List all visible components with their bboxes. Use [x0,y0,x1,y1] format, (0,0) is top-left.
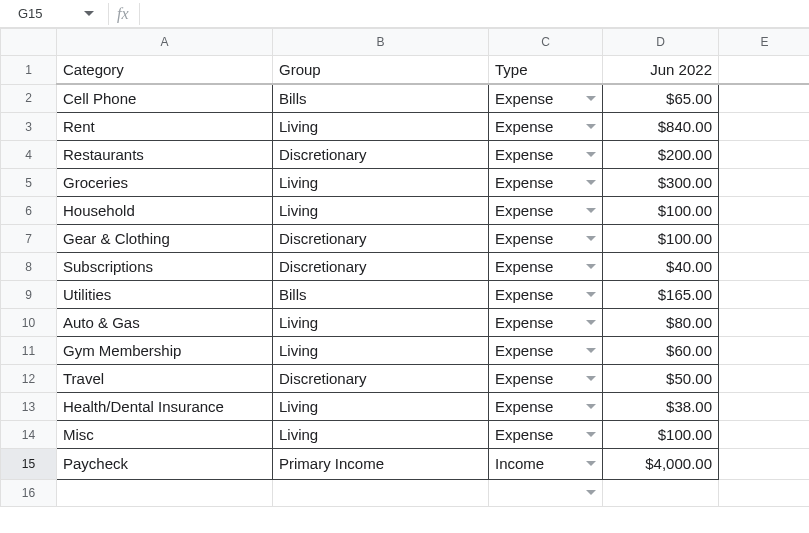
chevron-down-icon[interactable] [586,432,596,438]
chevron-down-icon[interactable] [586,96,596,102]
cell-amount[interactable]: $38.00 [603,393,719,421]
row-header[interactable]: 11 [1,337,57,365]
empty-cell[interactable] [719,225,810,253]
cell-group[interactable]: Living [273,393,489,421]
cell-category[interactable]: Utilities [57,281,273,309]
name-box[interactable]: G15 [12,3,96,25]
cell-amount[interactable]: $165.00 [603,281,719,309]
cell-group[interactable]: Primary Income [273,449,489,480]
empty-cell[interactable] [57,480,273,507]
type-dropdown-cell[interactable]: Expense [489,225,603,253]
cell-group[interactable]: Living [273,169,489,197]
col-header-E[interactable]: E [719,29,810,56]
cell-group[interactable]: Discretionary [273,141,489,169]
type-dropdown-cell[interactable]: Expense [489,197,603,225]
chevron-down-icon[interactable] [586,348,596,354]
cell-category[interactable]: Travel [57,365,273,393]
type-dropdown-cell[interactable]: Expense [489,253,603,281]
cell-amount[interactable]: $50.00 [603,365,719,393]
cell-group[interactable]: Living [273,309,489,337]
row-header[interactable]: 15 [1,449,57,480]
row-header[interactable]: 4 [1,141,57,169]
cell-category[interactable]: Household [57,197,273,225]
cell-category[interactable]: Gear & Clothing [57,225,273,253]
empty-cell[interactable] [719,480,810,507]
empty-cell[interactable] [719,309,810,337]
row-header[interactable]: 5 [1,169,57,197]
cell-category[interactable]: Paycheck [57,449,273,480]
cell-category[interactable]: Auto & Gas [57,309,273,337]
cell-category[interactable]: Gym Membership [57,337,273,365]
empty-cell[interactable] [719,169,810,197]
chevron-down-icon[interactable] [586,490,596,496]
row-header[interactable]: 16 [1,480,57,507]
cell-amount[interactable]: $65.00 [603,84,719,113]
cell-category[interactable]: Cell Phone [57,84,273,113]
cell-amount[interactable]: $4,000.00 [603,449,719,480]
row-header[interactable]: 10 [1,309,57,337]
empty-cell[interactable] [603,480,719,507]
empty-cell[interactable] [719,253,810,281]
cell-group[interactable]: Living [273,197,489,225]
col-header-B[interactable]: B [273,29,489,56]
header-type[interactable]: Type [489,56,603,85]
row-header[interactable]: 3 [1,113,57,141]
empty-cell[interactable] [719,56,810,85]
row-header[interactable]: 12 [1,365,57,393]
empty-cell[interactable] [719,141,810,169]
chevron-down-icon[interactable] [586,124,596,130]
cell-category[interactable]: Rent [57,113,273,141]
col-header-C[interactable]: C [489,29,603,56]
empty-cell[interactable] [719,449,810,480]
row-header[interactable]: 9 [1,281,57,309]
row-header[interactable]: 13 [1,393,57,421]
type-dropdown-cell[interactable]: Expense [489,393,603,421]
type-dropdown-cell[interactable]: Income [489,449,603,480]
chevron-down-icon[interactable] [586,292,596,298]
empty-cell[interactable] [719,421,810,449]
chevron-down-icon[interactable] [586,376,596,382]
chevron-down-icon[interactable] [586,320,596,326]
chevron-down-icon[interactable] [586,264,596,270]
type-dropdown-cell[interactable]: Expense [489,337,603,365]
type-dropdown-cell[interactable] [489,480,603,507]
cell-category[interactable]: Misc [57,421,273,449]
empty-cell[interactable] [719,337,810,365]
cell-category[interactable]: Health/Dental Insurance [57,393,273,421]
cell-amount[interactable]: $60.00 [603,337,719,365]
cell-group[interactable]: Discretionary [273,365,489,393]
type-dropdown-cell[interactable]: Expense [489,421,603,449]
type-dropdown-cell[interactable]: Expense [489,309,603,337]
chevron-down-icon[interactable] [586,208,596,214]
cell-category[interactable]: Groceries [57,169,273,197]
header-month[interactable]: Jun 2022 [603,56,719,85]
select-all-corner[interactable] [1,29,57,56]
cell-amount[interactable]: $100.00 [603,225,719,253]
empty-cell[interactable] [719,365,810,393]
row-header[interactable]: 1 [1,56,57,85]
type-dropdown-cell[interactable]: Expense [489,365,603,393]
row-header[interactable]: 8 [1,253,57,281]
cell-group[interactable]: Bills [273,281,489,309]
cell-category[interactable]: Subscriptions [57,253,273,281]
header-group[interactable]: Group [273,56,489,85]
cell-amount[interactable]: $200.00 [603,141,719,169]
chevron-down-icon[interactable] [586,404,596,410]
cell-group[interactable]: Discretionary [273,253,489,281]
empty-cell[interactable] [719,113,810,141]
row-header[interactable]: 7 [1,225,57,253]
cell-group[interactable]: Discretionary [273,225,489,253]
type-dropdown-cell[interactable]: Expense [489,113,603,141]
cell-amount[interactable]: $840.00 [603,113,719,141]
cell-group[interactable]: Living [273,421,489,449]
cell-amount[interactable]: $100.00 [603,421,719,449]
cell-amount[interactable]: $300.00 [603,169,719,197]
type-dropdown-cell[interactable]: Expense [489,281,603,309]
cell-group[interactable]: Living [273,337,489,365]
cell-category[interactable]: Restaurants [57,141,273,169]
cell-amount[interactable]: $80.00 [603,309,719,337]
chevron-down-icon[interactable] [586,461,596,467]
type-dropdown-cell[interactable]: Expense [489,84,603,113]
chevron-down-icon[interactable] [84,11,94,17]
empty-cell[interactable] [719,281,810,309]
